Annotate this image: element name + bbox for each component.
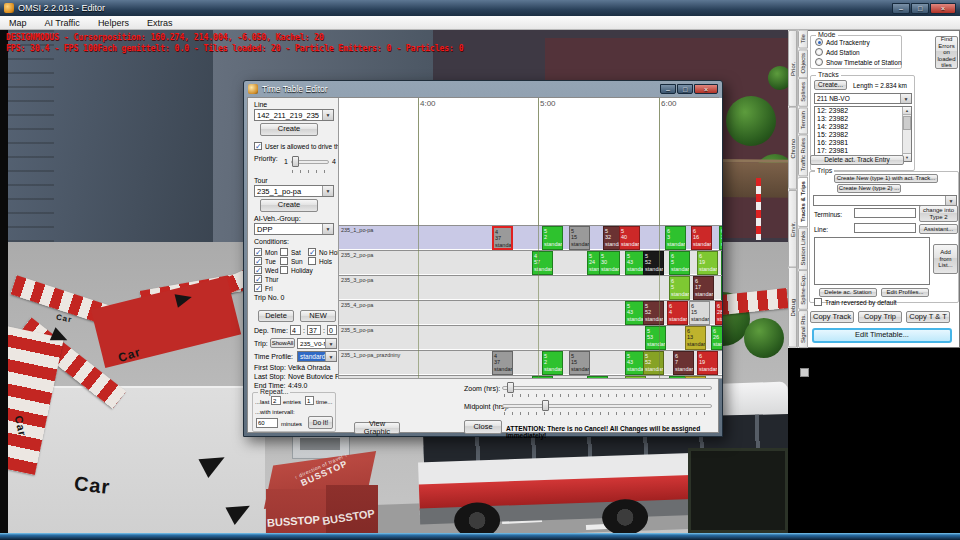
mode-option-add-trackentry[interactable]: Add Trackentry — [815, 38, 901, 46]
chevron-down-icon[interactable]: ▼ — [900, 94, 911, 103]
condition-sat[interactable]: Sat — [280, 248, 301, 256]
chevron-down-icon[interactable]: ▼ — [325, 352, 336, 361]
trip-block[interactable]: 530standard — [599, 251, 620, 275]
trip-block[interactable]: 64standard — [667, 301, 688, 325]
trip-block[interactable]: 457standard — [532, 251, 553, 275]
zoom-slider[interactable] — [502, 386, 712, 390]
view-graphic-button[interactable]: View Graphic — [354, 422, 400, 434]
sidebar-tab-objects[interactable]: Objects — [798, 49, 808, 78]
trip-block[interactable]: 630standard — [719, 226, 722, 250]
checkbox-checked-icon[interactable]: ✓ — [254, 257, 262, 265]
station-list[interactable] — [814, 237, 930, 285]
timeline-row[interactable]: 235_1_po-pa437standard52standard515stand… — [339, 225, 722, 250]
maximize-icon[interactable]: □ — [911, 3, 929, 14]
minimize-icon[interactable]: – — [892, 3, 910, 14]
trip-block[interactable]: 552standard — [643, 351, 664, 375]
trip-block[interactable]: 552standard — [643, 251, 664, 275]
track-entry[interactable]: 17: 23981 — [815, 147, 911, 155]
create-tour-button[interactable]: Create — [260, 199, 318, 212]
sidebar-tab-debug[interactable]: Debug — [788, 267, 797, 348]
create-new-type2-button[interactable]: Create New (type 2) ... — [837, 184, 901, 193]
interval-input[interactable] — [256, 418, 278, 428]
menu-item-ai-traffic[interactable]: AI Traffic — [36, 16, 89, 30]
trip-variant-select[interactable]: 235_V0-NB▼ — [297, 338, 337, 349]
scroll-down-icon[interactable]: ▼ — [903, 153, 911, 161]
scroll-thumb[interactable] — [903, 116, 911, 130]
dep-second-input[interactable] — [327, 325, 337, 335]
chevron-down-icon[interactable]: ▼ — [945, 196, 956, 205]
sidebar-tab-terrain[interactable]: Terrain — [798, 107, 808, 134]
trip-block[interactable]: 457standard — [532, 376, 553, 379]
midpoint-slider-thumb[interactable] — [542, 400, 549, 411]
trip-block[interactable]: 626standard — [711, 326, 722, 350]
track-entry-list[interactable]: 12: 2398213: 2398214: 2398215: 2398216: … — [814, 106, 912, 162]
sidebar-tab-tile[interactable]: Tile — [798, 30, 808, 49]
train-reversed-checkbox[interactable]: Train reversed by default — [814, 298, 897, 306]
checkbox-checked-icon[interactable]: ✓ — [254, 142, 262, 150]
ai-veh-group-select[interactable]: DPP▼ — [254, 223, 334, 235]
chevron-down-icon[interactable]: ▼ — [322, 110, 333, 120]
sidebar-tab-splines[interactable]: Splines — [798, 78, 808, 107]
timeline-row[interactable]: 235_5_po-pa553standard613standard626stan… — [339, 325, 722, 350]
trip-block[interactable]: 63standard — [665, 226, 686, 250]
timeline-row[interactable]: 235_3_po-pa65standard617standard631stand… — [339, 275, 722, 300]
close-icon[interactable]: × — [930, 3, 956, 14]
chevron-down-icon[interactable]: ▼ — [322, 224, 333, 234]
create-line-button[interactable]: Create — [260, 123, 318, 136]
menu-item-helpers[interactable]: Helpers — [89, 16, 138, 30]
maximize-icon[interactable]: □ — [677, 84, 693, 94]
trip-block[interactable]: 628standard — [715, 301, 722, 325]
trip-block[interactable]: 619standard — [697, 351, 718, 375]
checkbox-icon[interactable] — [280, 257, 288, 265]
condition-thur[interactable]: ✓Thur — [254, 275, 278, 283]
trip-block[interactable]: 617standard — [693, 276, 714, 300]
chevron-down-icon[interactable]: ▼ — [322, 186, 333, 196]
trip-block[interactable]: 437standard — [492, 351, 513, 375]
priority-slider-thumb[interactable] — [292, 156, 299, 167]
condition-holiday[interactable]: Holiday — [280, 266, 313, 274]
sidebar-tab-station-links[interactable]: Station Links — [798, 227, 808, 270]
trip-block[interactable]: 616standard — [691, 226, 712, 250]
menu-item-map[interactable]: Map — [0, 16, 36, 30]
assistant-button[interactable]: Assistant... — [919, 224, 958, 234]
checkbox-checked-icon[interactable]: ✓ — [254, 284, 262, 292]
condition-hols[interactable]: Hols — [308, 257, 332, 265]
track-entry[interactable]: 15: 23982 — [815, 131, 911, 139]
trip-block[interactable]: 631standard — [721, 251, 722, 275]
trip-block[interactable]: 552standard — [643, 301, 664, 325]
midpoint-slider[interactable] — [502, 404, 712, 408]
track-entry[interactable]: 14: 23982 — [815, 123, 911, 131]
copy-t-and-t-button[interactable]: Copy T & T — [906, 311, 950, 323]
timetable-timeline[interactable]: 4:005:006:00235_1_po-pa437standard52stan… — [338, 98, 722, 379]
menu-item-extras[interactable]: Extras — [138, 16, 182, 30]
timeline-row[interactable]: 235_1_po-pa_prazdniny437standard52standa… — [339, 350, 722, 375]
tour-select[interactable]: 235_1_po-pa▼ — [254, 185, 334, 197]
checkbox-icon[interactable] — [814, 298, 822, 306]
line-select[interactable]: 142_211_219_235▼ — [254, 109, 334, 121]
mode-option-show-timetable-of-station[interactable]: Show Timetable of Station — [815, 58, 901, 66]
radio-icon[interactable] — [815, 48, 823, 56]
close-dialog-button[interactable]: Close — [464, 420, 502, 434]
time-profile-select[interactable]: standard▼ — [297, 351, 337, 362]
repeat-entries-input[interactable] — [271, 396, 281, 405]
condition-sun[interactable]: Sun — [280, 257, 303, 265]
copy-trip-button[interactable]: Copy Trip — [858, 311, 902, 323]
checkbox-checked-icon[interactable]: ✓ — [308, 248, 316, 256]
trip-block[interactable]: 543standard — [625, 376, 646, 379]
condition-tue[interactable]: ✓Tue — [254, 257, 276, 265]
sidebar-tab-chrono[interactable]: Chrono — [788, 107, 797, 190]
new-trip-button[interactable]: NEW — [300, 310, 336, 322]
timeline-row[interactable]: 457standard524standard543standard65stand… — [339, 375, 722, 379]
trip-block[interactable]: 524standard — [587, 376, 608, 379]
trip-block[interactable]: 52standard — [542, 351, 563, 375]
terminus-input[interactable] — [854, 208, 916, 218]
trip-block[interactable]: 67standard — [673, 351, 694, 375]
delete-station-button[interactable]: Delete ac. Station — [819, 288, 877, 297]
checkbox-icon[interactable] — [280, 266, 288, 274]
trip-block[interactable]: 553standard — [645, 326, 666, 350]
trip-block[interactable]: 540standard — [619, 226, 640, 250]
line-input[interactable] — [854, 223, 916, 233]
create-track-button[interactable]: Create... — [814, 80, 847, 90]
copy-track-button[interactable]: Copy Track — [810, 311, 854, 323]
track-select[interactable]: 211 NB-VO▼ — [814, 93, 912, 104]
